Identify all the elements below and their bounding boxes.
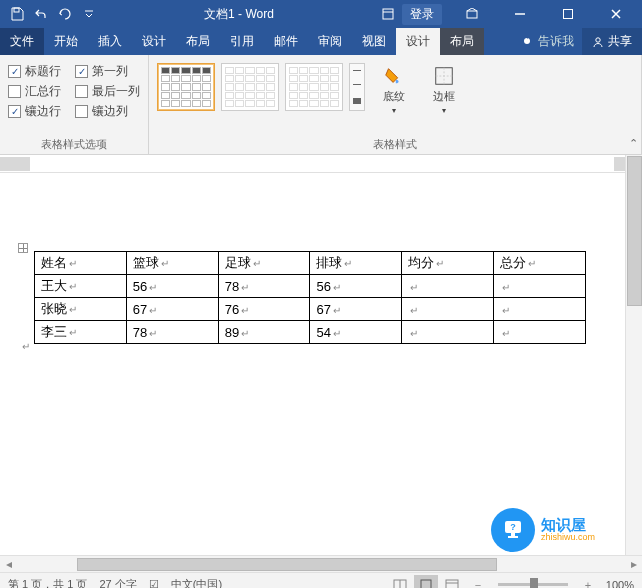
window-title: 文档1 - Word — [100, 6, 378, 23]
table-row: 张晓↵ 67↵ 76↵ 67↵ ↵ ↵ — [35, 298, 586, 321]
zoom-slider-thumb[interactable] — [530, 578, 538, 588]
svg-point-4 — [524, 38, 530, 44]
chk-last-column[interactable]: 最后一列 — [75, 83, 140, 100]
share-button[interactable]: 共享 — [582, 28, 642, 55]
ribbon-display-button[interactable] — [450, 0, 494, 28]
maximize-button[interactable] — [546, 0, 590, 28]
redo-button[interactable] — [54, 3, 76, 25]
svg-rect-9 — [446, 580, 458, 589]
group-title-styles: 表格样式 — [157, 135, 633, 152]
close-button[interactable] — [594, 0, 638, 28]
th-name: 姓名↵ — [35, 252, 127, 275]
svg-rect-3 — [564, 10, 573, 19]
hscroll-thumb[interactable] — [77, 558, 497, 571]
view-print-layout[interactable] — [414, 575, 438, 589]
save-button[interactable] — [6, 3, 28, 25]
chk-header-row[interactable]: ✓标题行 — [8, 63, 61, 80]
zoom-level[interactable]: 100% — [606, 579, 634, 589]
undo-button[interactable] — [30, 3, 52, 25]
table-style-1[interactable] — [157, 63, 215, 111]
quick-access-toolbar — [0, 3, 100, 25]
tab-review[interactable]: 审阅 — [308, 28, 352, 55]
table-move-handle[interactable] — [18, 243, 28, 253]
login-button[interactable]: 登录 — [402, 4, 442, 25]
svg-rect-0 — [14, 8, 19, 12]
hscroll-left[interactable]: ◂ — [0, 557, 17, 572]
th-total: 总分↵ — [494, 252, 586, 275]
status-language[interactable]: 中文(中国) — [171, 577, 222, 588]
page: 姓名↵ 篮球↵ 足球↵ 排球↵ 均分↵ 总分↵ 王大↵ 56↵ 78↵ 56↵ … — [0, 181, 642, 384]
tab-home[interactable]: 开始 — [44, 28, 88, 55]
tab-layout[interactable]: 布局 — [176, 28, 220, 55]
chk-banded-rows[interactable]: ✓镶边行 — [8, 103, 61, 120]
vertical-scrollbar[interactable] — [625, 155, 642, 555]
statusbar: 第 1 页，共 1 页 27 个字 ☑ 中文(中国) − + 100% — [0, 572, 642, 588]
svg-rect-2 — [467, 11, 477, 18]
tab-table-layout[interactable]: 布局 — [440, 28, 484, 55]
tab-file[interactable]: 文件 — [0, 28, 44, 55]
group-style-options: ✓标题行 ✓第一列 汇总行 最后一列 ✓镶边行 镶边列 表格样式选项 — [0, 55, 149, 154]
tab-design[interactable]: 设计 — [132, 28, 176, 55]
shading-button[interactable]: 底纹▾ — [373, 61, 415, 115]
ribbon: ✓标题行 ✓第一列 汇总行 最后一列 ✓镶边行 镶边列 表格样式选项 — [0, 55, 642, 155]
word-table[interactable]: 姓名↵ 篮球↵ 足球↵ 排球↵ 均分↵ 总分↵ 王大↵ 56↵ 78↵ 56↵ … — [34, 251, 586, 344]
th-volleyball: 排球↵ — [310, 252, 402, 275]
table-header-row: 姓名↵ 篮球↵ 足球↵ 排球↵ 均分↵ 总分↵ — [35, 252, 586, 275]
minimize-button[interactable] — [498, 0, 542, 28]
horizontal-scrollbar[interactable]: ◂ ▸ — [0, 555, 642, 572]
chk-total-row[interactable]: 汇总行 — [8, 83, 61, 100]
th-avg: 均分↵ — [402, 252, 494, 275]
svg-rect-8 — [421, 580, 431, 589]
zoom-in-button[interactable]: + — [576, 575, 600, 589]
tell-me-search[interactable]: 告诉我 — [514, 33, 582, 50]
svg-rect-1 — [383, 9, 393, 19]
chk-banded-columns[interactable]: 镶边列 — [75, 103, 128, 120]
titlebar: 文档1 - Word 登录 — [0, 0, 642, 28]
th-basketball: 篮球↵ — [126, 252, 218, 275]
styles-gallery — [157, 61, 365, 111]
svg-point-5 — [596, 37, 600, 41]
group-title-style-options: 表格样式选项 — [8, 135, 140, 152]
status-proofing-icon[interactable]: ☑ — [149, 578, 159, 588]
account-icon[interactable] — [378, 7, 398, 21]
tab-view[interactable]: 视图 — [352, 28, 396, 55]
borders-button[interactable]: 边框▾ — [423, 61, 465, 115]
table-row: 李三↵ 78↵ 89↵ 54↵ ↵ ↵ — [35, 321, 586, 344]
tab-references[interactable]: 引用 — [220, 28, 264, 55]
status-words[interactable]: 27 个字 — [99, 577, 136, 588]
document-area[interactable]: 姓名↵ 篮球↵ 足球↵ 排球↵ 均分↵ 总分↵ 王大↵ 56↵ 78↵ 56↵ … — [0, 173, 642, 555]
hscroll-right[interactable]: ▸ — [625, 557, 642, 572]
th-football: 足球↵ — [218, 252, 310, 275]
ribbon-tabs: 文件 开始 插入 设计 布局 引用 邮件 审阅 视图 设计 布局 告诉我 共享 — [0, 28, 642, 55]
zoom-out-button[interactable]: − — [466, 575, 490, 589]
zoom-slider[interactable] — [498, 583, 568, 586]
styles-gallery-more[interactable] — [349, 63, 365, 111]
qat-customize-button[interactable] — [78, 3, 100, 25]
view-web-layout[interactable] — [440, 575, 464, 589]
status-page[interactable]: 第 1 页，共 1 页 — [8, 577, 87, 588]
paragraph-mark: ↵ — [22, 341, 30, 352]
horizontal-ruler[interactable] — [0, 155, 642, 173]
table-style-2[interactable] — [221, 63, 279, 111]
chk-first-column[interactable]: ✓第一列 — [75, 63, 128, 80]
table-style-3[interactable] — [285, 63, 343, 111]
vertical-scrollbar-thumb[interactable] — [627, 156, 642, 306]
tab-table-design[interactable]: 设计 — [396, 28, 440, 55]
table-row: 王大↵ 56↵ 78↵ 56↵ ↵ ↵ — [35, 275, 586, 298]
group-table-styles: 底纹▾ 边框▾ 表格样式 — [149, 55, 642, 154]
view-read-mode[interactable] — [388, 575, 412, 589]
tab-insert[interactable]: 插入 — [88, 28, 132, 55]
tab-mailings[interactable]: 邮件 — [264, 28, 308, 55]
collapse-ribbon-button[interactable]: ⌃ — [629, 137, 638, 150]
